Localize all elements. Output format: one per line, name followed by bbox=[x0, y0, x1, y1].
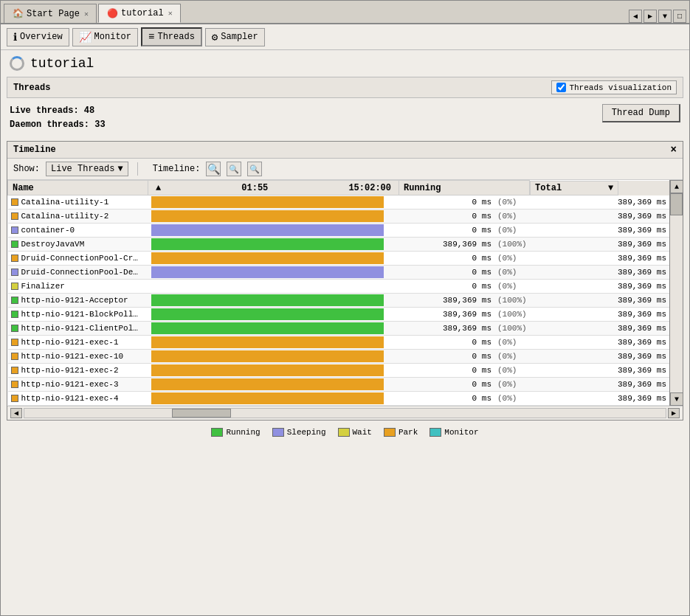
h-scroll-left-button[interactable]: ◀ bbox=[10, 408, 22, 418]
thread-name: DestroyJavaVM bbox=[21, 240, 85, 249]
thread-bar-cell bbox=[148, 378, 399, 392]
threads-visualization-checkbox[interactable] bbox=[556, 83, 566, 92]
thread-bar-cell bbox=[148, 252, 399, 266]
thread-dump-button[interactable]: Thread Dump bbox=[602, 104, 680, 122]
zoom-reset-button[interactable]: 🔍 bbox=[247, 162, 262, 176]
thread-total-ms: 389,369 ms bbox=[530, 224, 669, 238]
thread-name: http-nio-9121-BlockPoller bbox=[21, 310, 139, 319]
timeline-panel: Timeline × Show: Live Threads ▼ Timeline… bbox=[7, 141, 683, 421]
thread-bar-cell bbox=[148, 266, 399, 280]
sampler-button[interactable]: ⚙ Sampler bbox=[205, 28, 265, 46]
table-header: Name ▲ 01:55 15:02:00 Running Total bbox=[8, 181, 670, 195]
legend-monitor-label: Monitor bbox=[444, 428, 478, 437]
thread-name-cell: Catalina-utility-1 bbox=[8, 195, 148, 210]
thread-color-indicator bbox=[11, 240, 18, 248]
horizontal-scrollbar: ◀ ▶ bbox=[7, 406, 683, 420]
tab-tutorial-label: tutorial bbox=[121, 8, 164, 18]
scroll-down-button[interactable]: ▼ bbox=[670, 392, 683, 406]
sampler-icon: ⚙ bbox=[212, 31, 218, 44]
tab-nav-right[interactable]: ▶ bbox=[644, 10, 657, 23]
tab-start-page[interactable]: 🏠 Start Page ✕ bbox=[4, 4, 97, 23]
legend-wait-color bbox=[338, 428, 350, 437]
tab-nav-down[interactable]: ▼ bbox=[658, 10, 672, 23]
timeline-title: Timeline bbox=[13, 145, 56, 155]
thread-color-indicator bbox=[11, 283, 18, 290]
thread-running-ms: 0 ms bbox=[399, 392, 494, 406]
legend-running: Running bbox=[211, 428, 260, 437]
thread-name: Druid-ConnectionPool-Destr bbox=[21, 268, 139, 277]
total-label: Total bbox=[535, 183, 562, 193]
legend-sleeping: Sleeping bbox=[272, 428, 326, 437]
thread-color-indicator bbox=[11, 367, 18, 374]
thread-color-indicator bbox=[11, 226, 18, 234]
daemon-threads-stat: Daemon threads: 33 bbox=[10, 118, 106, 132]
thread-running-pct: (0%) bbox=[494, 350, 530, 364]
thread-running-pct: (0%) bbox=[494, 195, 530, 210]
h-scroll-thumb[interactable] bbox=[172, 409, 231, 418]
legend-park-color bbox=[384, 428, 396, 437]
thread-running-ms: 389,369 ms bbox=[399, 238, 494, 252]
scroll-thumb[interactable] bbox=[670, 193, 683, 215]
table-row: http-nio-9121-exec-1 0 ms(0%)389,369 ms bbox=[8, 336, 670, 350]
thread-name-cell: http-nio-9121-ClientPoller bbox=[8, 322, 148, 336]
overview-button[interactable]: ℹ Overview bbox=[7, 28, 69, 46]
scroll-up-button[interactable]: ▲ bbox=[670, 180, 683, 193]
tab-tutorial-close[interactable]: ✕ bbox=[168, 9, 173, 18]
thread-name-cell: http-nio-9121-exec-2 bbox=[8, 364, 148, 378]
table-row: http-nio-9121-BlockPoller 389,369 ms(100… bbox=[8, 308, 670, 322]
thread-bar-cell bbox=[148, 224, 399, 238]
h-scroll-track bbox=[24, 408, 666, 418]
thread-bar-cell bbox=[148, 350, 399, 364]
thread-name: Catalina-utility-2 bbox=[21, 212, 109, 221]
monitor-button[interactable]: 📈 Monitor bbox=[72, 28, 138, 46]
thread-running-ms: 0 ms bbox=[399, 336, 494, 350]
thread-running-pct: (0%) bbox=[494, 280, 530, 294]
thread-name-cell: container-0 bbox=[8, 224, 148, 238]
thread-running-pct: (0%) bbox=[494, 210, 530, 224]
legend-sleeping-color bbox=[272, 428, 284, 437]
thread-running-ms: 389,369 ms bbox=[399, 294, 494, 308]
thread-table-body: Catalina-utility-1 0 ms(0%)389,369 ms Ca… bbox=[8, 195, 670, 406]
thread-running-ms: 0 ms bbox=[399, 266, 494, 280]
thread-running-ms: 0 ms bbox=[399, 210, 494, 224]
thread-running-pct: (100%) bbox=[494, 308, 530, 322]
thread-running-ms: 0 ms bbox=[399, 378, 494, 392]
toolbar: ℹ Overview 📈 Monitor ≡ Threads ⚙ Sampler bbox=[1, 24, 689, 50]
tab-nav-restore[interactable]: □ bbox=[673, 10, 686, 23]
table-row: Finalizer 0 ms(0%)389,369 ms bbox=[8, 280, 670, 294]
zoom-in-button[interactable]: 🔍 bbox=[206, 162, 221, 176]
time-center-label: 15:02:00 bbox=[348, 183, 391, 193]
legend-park-label: Park bbox=[399, 428, 418, 437]
zoom-out-button[interactable]: 🔍 bbox=[227, 162, 241, 176]
table-row: http-nio-9121-exec-10 0 ms(0%)389,369 ms bbox=[8, 350, 670, 364]
thread-color-indicator bbox=[11, 269, 18, 276]
tab-nav-left[interactable]: ◀ bbox=[629, 10, 642, 23]
show-dropdown[interactable]: Live Threads ▼ bbox=[46, 162, 128, 176]
thread-running-pct: (0%) bbox=[494, 392, 530, 406]
thread-name: container-0 bbox=[21, 226, 75, 235]
threads-button[interactable]: ≡ Threads bbox=[141, 27, 202, 46]
table-row: http-nio-9121-ClientPoller 389,369 ms(10… bbox=[8, 322, 670, 336]
thread-total-ms: 389,369 ms bbox=[530, 266, 669, 280]
thread-name-cell: http-nio-9121-exec-4 bbox=[8, 392, 148, 406]
tab-bar: 🏠 Start Page ✕ 🔴 tutorial ✕ ◀ ▶ ▼ □ bbox=[1, 1, 689, 24]
col-header-name: Name bbox=[8, 181, 148, 195]
start-page-icon: 🏠 bbox=[12, 8, 24, 20]
legend-sleeping-label: Sleeping bbox=[287, 428, 326, 437]
threads-visualization-checkbox-label[interactable]: Threads visualization bbox=[551, 80, 677, 94]
legend-wait: Wait bbox=[338, 428, 372, 437]
page-header: tutorial bbox=[1, 50, 689, 77]
timeline-panel-header: Timeline × bbox=[7, 142, 683, 159]
tab-tutorial[interactable]: 🔴 tutorial ✕ bbox=[98, 4, 181, 23]
thread-running-pct: (0%) bbox=[494, 224, 530, 238]
tab-start-page-close[interactable]: ✕ bbox=[84, 10, 89, 18]
thread-total-ms: 389,369 ms bbox=[530, 252, 669, 266]
thread-bar-cell bbox=[148, 210, 399, 224]
vertical-scrollbar: ▲ ▼ bbox=[669, 180, 683, 406]
thread-color-indicator bbox=[11, 353, 18, 360]
total-sort-arrow[interactable]: ▼ bbox=[608, 183, 613, 193]
monitor-icon: 📈 bbox=[79, 31, 92, 44]
timeline-close-button[interactable]: × bbox=[671, 144, 677, 156]
show-label: Show: bbox=[13, 164, 40, 174]
h-scroll-right-button[interactable]: ▶ bbox=[668, 408, 680, 418]
